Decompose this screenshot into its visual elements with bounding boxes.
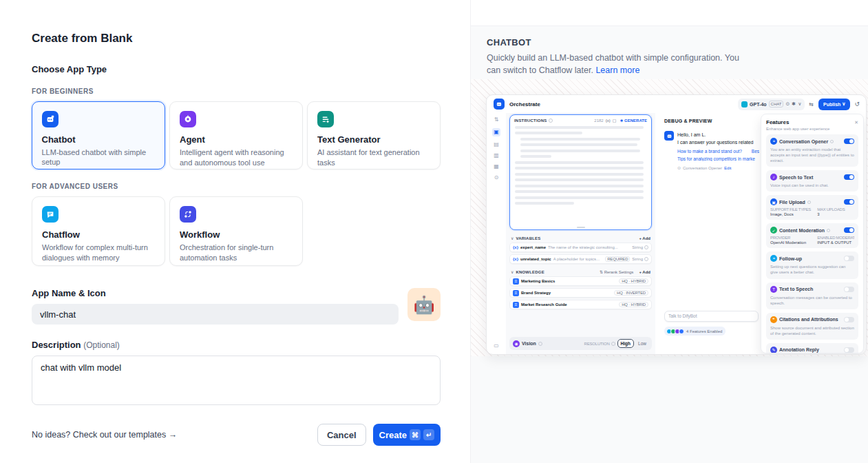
model-config-icon[interactable]: ⇆ <box>809 101 814 107</box>
variable-brace-icon[interactable]: {x} <box>606 119 611 123</box>
panel-icon[interactable]: ▭ <box>494 343 499 349</box>
features-title: Features <box>766 119 789 125</box>
knowledge-section-header: ∨ KNOWLEDGE ⇅ Rerank Settings + Add <box>511 269 650 274</box>
app-avatar-icon <box>494 99 505 110</box>
create-app-modal: Create from Blank Choose App Type FOR BE… <box>0 0 470 463</box>
add-knowledge-button[interactable]: + Add <box>639 270 650 274</box>
knowledge-name: Marketing Basics <box>521 279 555 283</box>
variable-row[interactable]: {x} expert_name The name of the strategi… <box>509 243 652 252</box>
suggested-question[interactable]: Tips for analyzing competitors in marke <box>677 156 755 161</box>
feature-item: T Text to Speech Conversation messages c… <box>766 282 858 309</box>
text-generator-icon <box>317 111 334 127</box>
chevron-down-icon[interactable]: ∨ <box>511 269 514 274</box>
settings-icon: ✱ <box>792 101 796 107</box>
resolution-high-button[interactable]: High <box>617 339 634 348</box>
feature-toggle[interactable] <box>844 227 854 233</box>
knowledge-row[interactable]: ≡ Brand Strategy HQ · INVERTED <box>509 288 652 298</box>
resolution-label: RESOLUTION <box>584 342 615 346</box>
skeleton-line <box>515 167 644 169</box>
feature-toggle[interactable] <box>844 138 854 144</box>
resize-handle[interactable] <box>577 227 585 228</box>
chevron-down-icon: ∨ <box>798 101 801 107</box>
feature-item: ❝ Conversation Opener You are an entity … <box>766 134 858 167</box>
variable-desc: The name of the strategic consulting... <box>548 245 630 249</box>
app-type-card-chatflow[interactable]: Chatflow Workflow for complex multi-turn… <box>32 196 165 266</box>
history-icon[interactable]: ↺ <box>854 101 860 107</box>
app-type-card-chatbot[interactable]: Chatbot LLM-based chatbot with simple se… <box>32 101 165 169</box>
required-badge: REQUIRED <box>605 256 630 262</box>
knowledge-row[interactable]: ≡ Market Research Guide HQ · HYBRID <box>509 300 652 309</box>
variable-row[interactable]: {x} unrelated_topic A placeholder for to… <box>509 254 652 264</box>
app-type-name: Chatflow <box>42 229 155 240</box>
copy-icon[interactable]: ▢ <box>613 118 617 123</box>
generate-button[interactable]: ∗ GENERATE <box>620 118 647 123</box>
image-icon[interactable]: ▤ <box>494 142 499 147</box>
conversation-opener-icon: ❝ <box>770 138 777 145</box>
skeleton-line <box>520 143 637 146</box>
feature-item: ❝ Follow-up Setting up next questions su… <box>766 251 858 278</box>
for-beginners-label: FOR BEGINNERS <box>32 88 441 95</box>
advanced-app-type-cards: Chatflow Workflow for complex multi-turn… <box>32 196 441 266</box>
feature-dot-icon <box>679 329 684 334</box>
suggested-question[interactable]: How to make a brand stand out? <box>677 149 742 154</box>
instructions-char-count: 2182 <box>594 119 603 123</box>
chat-input[interactable]: Talk to DifyBot <box>664 311 759 322</box>
suggested-question[interactable]: Bes <box>752 149 759 154</box>
feature-toggle[interactable] <box>844 347 854 353</box>
learn-more-link[interactable]: Learn more <box>595 65 639 75</box>
file-upload-icon: ▣ <box>770 198 777 205</box>
modal-title: Create from Blank <box>32 0 441 45</box>
beginner-app-type-cards: Chatbot LLM-based chatbot with simple se… <box>32 101 441 169</box>
model-selector[interactable]: GPT-4o CHAT ⊙ ✱ ∨ <box>738 99 805 110</box>
orchestrate-tab-icon[interactable]: ▣ <box>492 128 500 136</box>
description-textarea[interactable]: chat with vllm model <box>32 356 441 405</box>
variable-type: String <box>632 257 648 261</box>
feature-toggle[interactable] <box>844 256 854 261</box>
dataset-icon: ≡ <box>513 290 519 296</box>
app-name-input[interactable] <box>32 304 399 325</box>
feature-toggle[interactable] <box>844 287 854 292</box>
create-button[interactable]: Create ⌘ ↵ <box>373 424 441 446</box>
info-icon <box>827 229 830 232</box>
chevron-down-icon[interactable]: ∨ <box>511 236 514 240</box>
app-type-desc: Workflow for complex multi-turn dialogue… <box>42 243 155 263</box>
doc-icon[interactable]: ▦ <box>494 164 499 169</box>
skeleton-line <box>520 150 640 152</box>
feature-toggle[interactable] <box>844 174 854 180</box>
feature-toggle[interactable] <box>844 199 854 205</box>
templates-link[interactable]: No ideas? Check out our templates → <box>32 430 177 440</box>
knowledge-row[interactable]: ≡ Marketing Basics HQ · HYBRID <box>509 276 652 286</box>
rerank-settings-button[interactable]: ⇅ Rerank Settings <box>600 269 633 274</box>
greeting-line: I can answer your questions related <box>677 139 759 147</box>
feature-item: ❞ Citations and Attributions Show source… <box>766 313 858 340</box>
skeleton-line <box>515 190 644 193</box>
cancel-button[interactable]: Cancel <box>317 424 366 446</box>
list-icon[interactable]: ▥ <box>494 153 499 158</box>
follow-up-icon: ❝ <box>770 255 777 262</box>
add-variable-button[interactable]: + Add <box>639 236 650 240</box>
preview-description: Quickly build an LLM-based chatbot with … <box>487 52 745 76</box>
features-enabled-pill[interactable]: 4 Features Enabled <box>664 327 726 336</box>
edit-opener-link[interactable]: Edit <box>724 166 731 170</box>
skeleton-line <box>520 138 640 141</box>
app-type-desc: Orchestration for single-turn automation… <box>180 243 293 263</box>
app-type-card-agent[interactable]: Agent Intelligent agent with reasoning a… <box>169 101 303 169</box>
app-type-card-workflow[interactable]: Workflow Orchestration for single-turn a… <box>169 196 303 266</box>
knowledge-tag: HQ · INVERTED <box>614 290 648 296</box>
tune-icon[interactable]: ⇅ <box>494 117 499 123</box>
app-type-name: Text Generator <box>317 134 430 145</box>
publish-button[interactable]: Publish ∨ <box>818 99 850 110</box>
feature-toggle[interactable] <box>844 317 854 322</box>
close-icon[interactable]: ✕ <box>854 120 858 125</box>
app-type-desc: Intelligent agent with reasoning and aut… <box>180 147 293 167</box>
resolution-low-button[interactable]: Low <box>636 341 648 346</box>
globe-icon[interactable]: ⊙ <box>494 175 499 181</box>
skeleton-line <box>515 196 644 199</box>
app-type-card-text-generator[interactable]: Text Generator AI assistant for text gen… <box>307 101 441 169</box>
for-advanced-users-label: FOR ADVANCED USERS <box>32 183 441 190</box>
info-icon <box>807 200 811 204</box>
app-type-preview-panel: CHATBOT Quickly build an LLM-based chatb… <box>470 0 868 463</box>
config-column: INSTRUCTIONS 2182 {x} ▢ ∗ GENERATE <box>506 113 655 354</box>
app-icon-picker[interactable]: 🤖 <box>407 288 441 321</box>
dataset-icon: ≡ <box>513 278 519 285</box>
